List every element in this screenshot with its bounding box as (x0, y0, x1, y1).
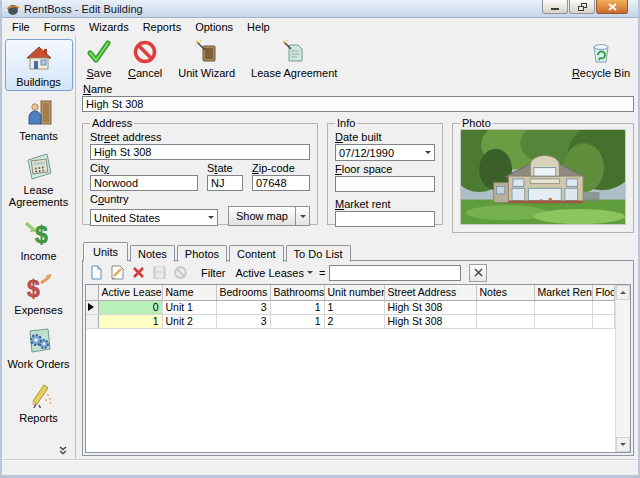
cancel-button[interactable]: Cancel (128, 39, 162, 79)
sidebar-item-label: Expenses (14, 304, 62, 316)
edit-record-icon[interactable] (109, 265, 126, 281)
save-check-icon (86, 39, 112, 67)
show-map-button[interactable]: Show map (228, 206, 296, 226)
market-rent-input[interactable] (335, 211, 435, 227)
scroll-up-button[interactable] (616, 285, 630, 300)
restore-button[interactable] (569, 0, 595, 14)
date-built-label: Date built (335, 131, 435, 143)
tab-notes[interactable]: Notes (130, 245, 175, 262)
sidebar-item-reports[interactable]: Reports (5, 375, 73, 427)
app-icon (6, 2, 20, 16)
sidebar-more-chevron-icon[interactable] (57, 446, 69, 456)
col-active-lease[interactable]: Active Lease (98, 285, 162, 300)
units-grid: Active Lease Name Bedrooms Bathrooms Uni… (85, 284, 631, 453)
menu-reports[interactable]: Reports (136, 19, 189, 35)
col-notes[interactable]: Notes (476, 285, 534, 300)
col-street-address[interactable]: Street Address (384, 285, 476, 300)
filter-label: Filter (201, 267, 225, 279)
cell-name[interactable]: Unit 2 (162, 314, 216, 328)
tenant-door-icon (24, 97, 54, 129)
sidebar-item-income[interactable]: $ Income (5, 213, 73, 265)
cell-bathrooms[interactable]: 1 (270, 300, 324, 314)
cell-market-rent[interactable] (534, 314, 592, 328)
svg-text:$: $ (27, 276, 40, 301)
sidebar-item-label: Buildings (16, 76, 61, 88)
menu-forms[interactable]: Forms (37, 19, 82, 35)
chevron-down-icon (307, 271, 313, 274)
menu-options[interactable]: Options (188, 19, 240, 35)
cell-market-rent[interactable] (534, 300, 592, 314)
sidebar-item-label: Income (20, 250, 56, 262)
cell-notes[interactable] (476, 314, 534, 328)
unit-wizard-icon (194, 39, 220, 67)
minimize-button[interactable] (542, 0, 568, 14)
cell-street-address[interactable]: High St 308 (384, 314, 476, 328)
cell-street-address[interactable]: High St 308 (384, 300, 476, 314)
minimize-icon (551, 8, 559, 10)
save-button[interactable]: Save (86, 39, 112, 79)
new-record-icon[interactable] (88, 265, 105, 281)
cell-unit-number[interactable]: 2 (324, 314, 384, 328)
sidebar-item-lease-agreements[interactable]: Lease Agreements (5, 147, 73, 211)
tab-content[interactable]: Content (229, 245, 284, 262)
col-market-rent[interactable]: Market Rent (534, 285, 592, 300)
close-button[interactable] (596, 0, 628, 14)
col-unit-number[interactable]: Unit number (324, 285, 384, 300)
save-record-icon[interactable] (151, 265, 168, 281)
state-input[interactable] (207, 175, 243, 191)
sidebar-item-buildings[interactable]: Buildings (5, 39, 73, 91)
main-panel: Save Cancel Unit Wizard (76, 36, 638, 459)
cell-bedrooms[interactable]: 3 (216, 300, 270, 314)
scroll-down-button[interactable] (616, 437, 630, 452)
cell-name[interactable]: Unit 1 (162, 300, 216, 314)
recycle-bin-button[interactable]: Recycle Bin (572, 39, 630, 79)
filter-column-value: Active Leases (235, 267, 303, 279)
date-built-combobox[interactable]: 07/12/1990 (335, 144, 435, 161)
clear-filter-button[interactable] (469, 264, 487, 282)
cell-floor-space[interactable] (592, 314, 615, 328)
calculator-paper-icon (24, 151, 54, 183)
vertical-scrollbar[interactable] (615, 285, 630, 452)
country-combobox[interactable]: United States (90, 209, 218, 226)
menu-wizards[interactable]: Wizards (82, 19, 136, 35)
show-map-dropdown-button[interactable] (296, 206, 310, 226)
name-input[interactable] (82, 96, 634, 112)
cell-notes[interactable] (476, 300, 534, 314)
lease-agreement-button[interactable]: Lease Agreement (251, 39, 337, 79)
tab-to-do-list[interactable]: To Do List (286, 245, 351, 262)
menu-file[interactable]: File (5, 19, 37, 35)
menu-help[interactable]: Help (240, 19, 277, 35)
floor-space-input[interactable] (335, 176, 435, 192)
info-legend: Info (335, 117, 357, 129)
row-selector-cell[interactable] (86, 300, 98, 314)
cell-floor-space[interactable] (592, 300, 615, 314)
unit-wizard-button[interactable]: Unit Wizard (178, 39, 235, 79)
col-bathrooms[interactable]: Bathrooms (270, 285, 324, 300)
filter-column-combobox[interactable]: Active Leases (233, 266, 314, 280)
sidebar-item-tenants[interactable]: Tenants (5, 93, 73, 145)
cell-bedrooms[interactable]: 3 (216, 314, 270, 328)
save-label: Save (86, 67, 111, 79)
filter-operator: = (319, 267, 325, 279)
col-floor-space[interactable]: Floor Space (592, 285, 615, 300)
cell-active-lease[interactable]: 0 (98, 300, 162, 314)
photo-groupbox: Photo (452, 117, 634, 233)
delete-record-icon[interactable] (130, 265, 147, 281)
col-bedrooms[interactable]: Bedrooms (216, 285, 270, 300)
row-selector-cell[interactable] (86, 314, 98, 328)
filter-value-input[interactable] (329, 265, 461, 281)
street-address-input[interactable] (90, 144, 310, 160)
country-value: United States (94, 212, 160, 224)
col-name[interactable]: Name (162, 285, 216, 300)
city-input[interactable] (90, 175, 198, 191)
tab-units[interactable]: Units (83, 242, 128, 261)
cell-active-lease[interactable]: 1 (98, 314, 162, 328)
lease-agreement-icon (281, 39, 307, 67)
cell-unit-number[interactable]: 1 (324, 300, 384, 314)
cancel-record-icon[interactable] (172, 265, 189, 281)
sidebar-item-expenses[interactable]: $ Expenses (5, 267, 73, 319)
cell-bathrooms[interactable]: 1 (270, 314, 324, 328)
tab-photos[interactable]: Photos (177, 245, 227, 262)
sidebar-item-work-orders[interactable]: Work Orders (5, 321, 73, 373)
zip-code-input[interactable] (252, 175, 310, 191)
